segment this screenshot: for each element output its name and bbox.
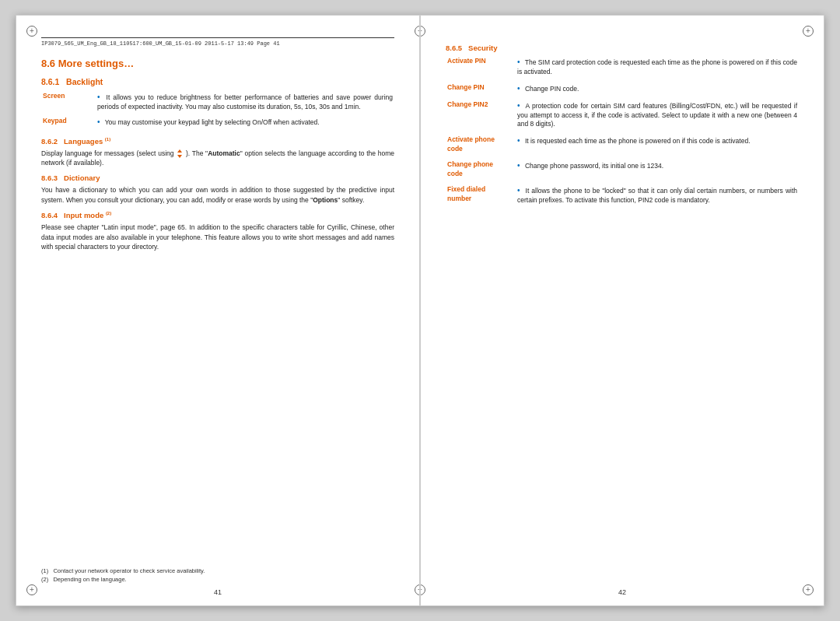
- footnote-1: (1) Contact your network operator to che…: [41, 567, 394, 576]
- up-arrow-icon: [177, 149, 182, 153]
- bullet-dot: •: [517, 136, 520, 145]
- bullet-dot: •: [97, 118, 100, 126]
- bullet-dot: •: [517, 101, 520, 110]
- desc-screen: • It allows you to reduce brightness for…: [96, 90, 394, 115]
- desc-change-phone-code: • Change phone password, its initial one…: [516, 159, 799, 184]
- down-arrow-icon: [177, 155, 182, 158]
- security-table: Activate PIN • The SIM card protection c…: [446, 55, 799, 210]
- book-spread: IP3079_565_UM_Eng_GB_18_110517:600_UM_GB…: [16, 15, 824, 606]
- section-865-title: 8.6.5 Security: [446, 44, 799, 52]
- arrow-icon: [177, 149, 182, 158]
- desc-activate-phone-code: • It is requested each time as the phone…: [516, 134, 799, 159]
- automatic-label: Automatic: [208, 149, 240, 157]
- term-activate-pin: Activate PIN: [446, 55, 516, 82]
- term-activate-phone-code: Activate phonecode: [446, 134, 516, 159]
- term-change-phone-code: Change phonecode: [446, 159, 516, 184]
- languages-body: Display language for messages (select us…: [41, 149, 394, 168]
- table-row: Change PIN2 • A protection code for cert…: [446, 99, 799, 135]
- footnote-ref-1: (1): [105, 137, 110, 142]
- page-left: IP3079_565_UM_Eng_GB_18_110517:600_UM_GB…: [16, 15, 420, 606]
- term-keypad: Keypad: [41, 115, 96, 131]
- options-label: Options: [313, 196, 338, 204]
- desc-activate-pin: • The SIM card protection code is reques…: [516, 55, 799, 82]
- bullet-dot: •: [517, 84, 520, 93]
- table-row: Change PIN • Change PIN code.: [446, 82, 799, 99]
- page-header-left: IP3079_565_UM_Eng_GB_18_110517:600_UM_GB…: [41, 37, 394, 47]
- footnote-2: (2) Depending on the language.: [41, 576, 394, 584]
- bullet-dot: •: [97, 93, 100, 101]
- section-862-title: 8.6.2 Languages (1): [41, 137, 394, 146]
- table-row: Activate phonecode • It is requested eac…: [446, 134, 799, 159]
- table-row: Fixed dialednumber • It allows the phone…: [446, 184, 799, 210]
- term-fixed-dialed: Fixed dialednumber: [446, 184, 516, 210]
- table-row: Keypad • You may customise your keypad l…: [41, 115, 394, 131]
- footnote-ref-2: (2): [106, 211, 111, 216]
- bullet-dot: •: [517, 161, 520, 170]
- main-title: 8.6 More settings…: [41, 58, 394, 69]
- section-863-title: 8.6.3 Dictionary: [41, 174, 394, 182]
- table-row: Activate PIN • The SIM card protection c…: [446, 55, 799, 82]
- desc-change-pin: • Change PIN code.: [516, 82, 799, 99]
- term-change-pin: Change PIN: [446, 82, 516, 99]
- desc-fixed-dialed: • It allows the phone to be "locked" so …: [516, 184, 799, 210]
- backlight-table: Screen • It allows you to reduce brightn…: [41, 90, 394, 131]
- inputmode-body: Please see chapter "Latin input mode", p…: [41, 223, 394, 251]
- bullet-dot: •: [517, 186, 520, 195]
- table-row: Screen • It allows you to reduce brightn…: [41, 90, 394, 115]
- page-right: 8.6.5 Security Activate PIN • The SIM ca…: [420, 15, 824, 606]
- term-change-pin2: Change PIN2: [446, 99, 516, 135]
- bullet-dot: •: [517, 58, 520, 66]
- footnotes: (1) Contact your network operator to che…: [41, 567, 394, 584]
- table-row: Change phonecode • Change phone password…: [446, 159, 799, 184]
- dictionary-body: You have a dictionary to which you can a…: [41, 185, 394, 205]
- footnote-num-2: (2): [41, 576, 48, 583]
- desc-keypad: • You may customise your keypad light by…: [96, 115, 394, 131]
- desc-change-pin2: • A protection code for certain SIM card…: [516, 99, 799, 135]
- footnote-num-1: (1): [41, 567, 48, 574]
- page-number-left: 41: [214, 588, 222, 596]
- section-864-title: 8.6.4 Input mode (2): [41, 211, 394, 219]
- page-number-right: 42: [618, 588, 626, 596]
- term-screen: Screen: [41, 90, 96, 115]
- section-861-title: 8.6.1 Backlight: [41, 77, 394, 86]
